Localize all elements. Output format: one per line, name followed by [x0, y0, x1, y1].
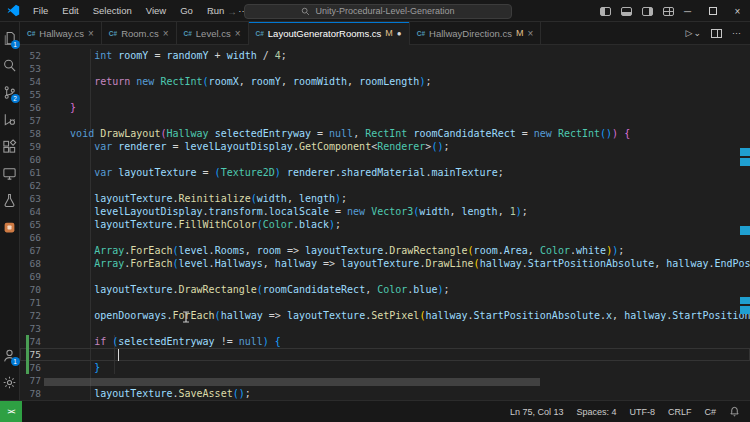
close-tab-icon[interactable]: ×	[527, 28, 533, 39]
tab-level[interactable]: C# Level.cs ×	[177, 22, 249, 44]
close-tab-icon[interactable]: ×	[163, 28, 169, 39]
toggle-panel-icon[interactable]	[621, 7, 632, 16]
code-line[interactable]: 61 var layoutTexture = (Texture2D) rende…	[20, 166, 750, 179]
line-number[interactable]: 56	[20, 101, 46, 114]
line-number[interactable]: 59	[20, 140, 46, 153]
menu-selection[interactable]: Selection	[86, 0, 139, 22]
code-line[interactable]: 76 }	[20, 361, 750, 374]
customize-layout-icon[interactable]	[663, 7, 674, 16]
line-number[interactable]: 65	[20, 218, 46, 231]
window-close-button[interactable]: ×	[725, 0, 750, 22]
close-tab-icon[interactable]: ×	[235, 28, 241, 39]
code-line[interactable]: 56 }	[20, 101, 750, 114]
line-number[interactable]: 64	[20, 205, 46, 218]
line-number[interactable]: 52	[20, 49, 46, 62]
code-line[interactable]: 73	[20, 322, 750, 335]
line-number[interactable]: 74	[20, 335, 46, 348]
line-number[interactable]: 66	[20, 231, 46, 244]
status-eol[interactable]: CRLF	[668, 407, 692, 417]
close-tab-icon[interactable]: ×	[88, 28, 94, 39]
line-number[interactable]: 67	[20, 244, 46, 257]
code-line[interactable]: 59 var renderer = levelLayoutDisplay.Get…	[20, 140, 750, 153]
status-encoding[interactable]: UTF-8	[629, 407, 655, 417]
toggle-secondary-sidebar-icon[interactable]	[642, 7, 653, 16]
sidebar-item-search[interactable]	[0, 52, 20, 79]
settings-button[interactable]	[0, 369, 20, 396]
line-number[interactable]: 60	[20, 153, 46, 166]
code-line[interactable]: 60	[20, 153, 750, 166]
menu-edit[interactable]: Edit	[55, 0, 85, 22]
code-line[interactable]: 78 layoutTexture.SaveAsset();	[20, 387, 750, 400]
nav-back-button[interactable]: ←	[206, 6, 220, 17]
line-number[interactable]: 63	[20, 192, 46, 205]
window-minimize-button[interactable]: ─	[675, 0, 700, 22]
code-line[interactable]: 66	[20, 231, 750, 244]
dirty-indicator-icon[interactable]: ●	[397, 29, 402, 38]
more-actions-icon[interactable]: ···	[732, 28, 741, 38]
status-language[interactable]: C#	[704, 407, 716, 417]
code-line[interactable]: 70 layoutTexture.DrawRectangle(roomCandi…	[20, 283, 750, 296]
tab-room[interactable]: C# Room.cs ×	[102, 22, 177, 44]
menu-view[interactable]: View	[139, 0, 173, 22]
code-line[interactable]: 67 Array.ForEach(level.Rooms, room => la…	[20, 244, 750, 257]
line-number[interactable]: 54	[20, 75, 46, 88]
line-number[interactable]: 72	[20, 309, 46, 322]
code-line[interactable]: 72 openDoorways.ForEach(hallway => layou…	[20, 309, 750, 322]
tab-hallwaydirection[interactable]: C# HallwayDirection.cs M ×	[410, 22, 542, 44]
code-line[interactable]: 52 int roomY = randomY + width / 4;	[20, 49, 750, 62]
line-number[interactable]: 58	[20, 127, 46, 140]
line-number[interactable]: 78	[20, 387, 46, 400]
line-number[interactable]: 73	[20, 322, 46, 335]
window-restore-button[interactable]	[700, 0, 725, 22]
sidebar-item-testing[interactable]	[0, 187, 20, 214]
code-line[interactable]: 55	[20, 88, 750, 101]
line-number[interactable]: 55	[20, 88, 46, 101]
line-number[interactable]: 75	[20, 348, 46, 361]
code-line[interactable]: 62	[20, 179, 750, 192]
status-indentation[interactable]: Spaces: 4	[576, 407, 616, 417]
line-number[interactable]: 71	[20, 296, 46, 309]
sidebar-item-explorer[interactable]: 1	[0, 25, 20, 52]
sidebar-item-source-control[interactable]: 2	[0, 79, 20, 106]
code-line[interactable]: 58 void DrawLayout(Hallway selectedEntry…	[20, 127, 750, 140]
menu-file[interactable]: File	[26, 0, 55, 22]
remote-indicator-button[interactable]: ><	[0, 401, 22, 422]
editor[interactable]: 52 int roomY = randomY + width / 4;5354 …	[20, 45, 750, 400]
line-number[interactable]: 53	[20, 62, 46, 75]
sidebar-item-remote-explorer[interactable]	[0, 160, 20, 187]
sidebar-item-extension-colored[interactable]	[0, 214, 20, 241]
command-center[interactable]: Unity-Procedural-Level-Generation	[244, 4, 512, 19]
code-line[interactable]: 69	[20, 270, 750, 283]
code-line[interactable]: 54 return new RectInt(roomX, roomY, room…	[20, 75, 750, 88]
line-number[interactable]: 61	[20, 166, 46, 179]
code-line[interactable]: 53	[20, 62, 750, 75]
line-number[interactable]: 62	[20, 179, 46, 192]
line-number[interactable]: 57	[20, 114, 46, 127]
tab-layoutgeneratorrooms[interactable]: C# LayoutGeneratorRooms.cs M ●	[249, 22, 410, 44]
run-code-button[interactable]: ▷⌄	[686, 28, 701, 38]
code-line[interactable]: 75	[20, 348, 750, 361]
split-editor-icon[interactable]	[711, 29, 722, 38]
menu-go[interactable]: Go	[173, 0, 200, 22]
toggle-sidebar-icon[interactable]	[600, 7, 611, 16]
code-line[interactable]: 74 if (selectedEntryway != null) {	[20, 335, 750, 348]
code-line[interactable]: 57	[20, 114, 750, 127]
notifications-bell-icon[interactable]	[729, 406, 740, 417]
sidebar-item-extensions[interactable]	[0, 133, 20, 160]
code-line[interactable]: 63 layoutTexture.Reinitialize(width, len…	[20, 192, 750, 205]
horizontal-scrollbar[interactable]	[44, 378, 540, 386]
line-number[interactable]: 77	[20, 374, 46, 387]
tab-hallway[interactable]: C# Hallway.cs ×	[20, 22, 102, 44]
code-line[interactable]: 65 layoutTexture.FillWithColor(Color.bla…	[20, 218, 750, 231]
line-number[interactable]: 68	[20, 257, 46, 270]
line-number[interactable]: 76	[20, 361, 46, 374]
status-cursor-position[interactable]: Ln 75, Col 13	[510, 407, 564, 417]
sidebar-item-run-debug[interactable]	[0, 106, 20, 133]
code-line[interactable]: 64 levelLayoutDisplay.transform.localSca…	[20, 205, 750, 218]
accounts-button[interactable]: 1	[0, 342, 20, 369]
code-line[interactable]: 68 Array.ForEach(level.Hallways, hallway…	[20, 257, 750, 270]
line-number[interactable]: 70	[20, 283, 46, 296]
nav-forward-button[interactable]: →	[225, 6, 239, 17]
code-line[interactable]: 71	[20, 296, 750, 309]
line-number[interactable]: 69	[20, 270, 46, 283]
